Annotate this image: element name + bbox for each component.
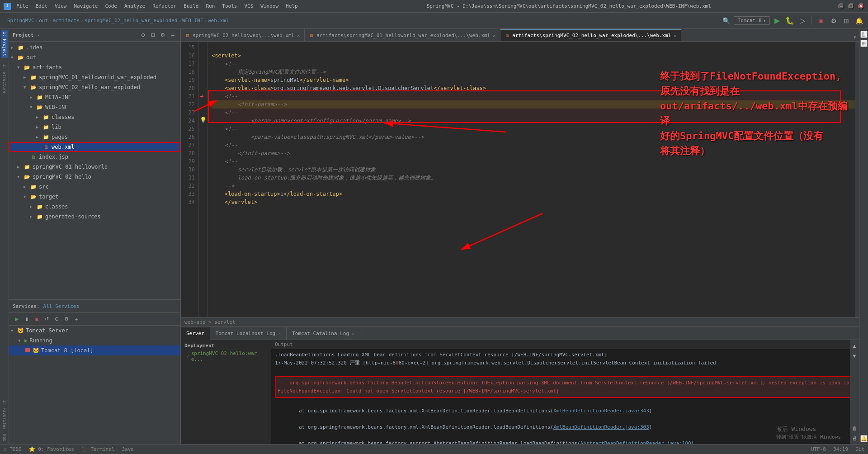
menu-view[interactable]: View: [53, 3, 69, 9]
status-java[interactable]: Java: [122, 446, 134, 452]
services-restart-button[interactable]: ↺: [42, 315, 51, 323]
project-tab[interactable]: 1: Project: [1, 30, 8, 58]
tree-item-springmvc02hello[interactable]: ▼ 📂 springMVC-02-hello: [9, 172, 180, 182]
tree-item-out[interactable]: ▼ 📂 out: [9, 52, 180, 62]
menu-edit[interactable]: Edit: [34, 3, 50, 9]
run-tab-catalina[interactable]: Tomcat Catalina Log ✕: [287, 327, 360, 340]
rsb-database-icon[interactable]: 🗄: [860, 31, 868, 38]
print-button[interactable]: 🖨: [850, 434, 859, 442]
menu-help[interactable]: Help: [284, 3, 300, 9]
menu-analyze[interactable]: Analyze: [123, 3, 147, 9]
services-add-button[interactable]: +: [72, 315, 80, 323]
output-content[interactable]: .loadBeanDefinitions Loading XML bean de…: [271, 349, 859, 444]
services-run-button[interactable]: ▶: [13, 315, 21, 323]
run-tab-server[interactable]: Server: [181, 327, 210, 340]
breadcrumb-exploded[interactable]: springMVC_02_hello_war_exploded: [85, 18, 177, 24]
menu-window[interactable]: Window: [259, 3, 280, 9]
services-pause-button[interactable]: ⏸: [23, 315, 31, 323]
tree-item-pages[interactable]: ▶ 📁 pages: [9, 132, 180, 142]
breadcrumb-out[interactable]: out: [39, 18, 48, 24]
editor-tab-2[interactable]: 🗎 artifacts\springMVC_01_helloworld_war_…: [305, 29, 500, 41]
tab-close-button[interactable]: ✕: [297, 33, 300, 38]
services-filter-button[interactable]: ⊙: [52, 315, 61, 323]
favorites-tab[interactable]: 2: Favorites: [1, 398, 8, 431]
bottom-gutter: web-app > servlet: [181, 317, 859, 326]
editor-tab-3[interactable]: 🗎 artifacts\springMVC_02_hello_war_explo…: [500, 29, 681, 41]
project-dropdown-arrow[interactable]: ▾: [37, 33, 39, 38]
close-button[interactable]: ✕: [858, 3, 864, 9]
tree-item-springmvc01[interactable]: ▶ 📁 springMVC_01_helloworld_war_exploded: [9, 72, 180, 82]
menu-navigate[interactable]: Navigate: [72, 3, 100, 9]
menu-refactor[interactable]: Refactor: [151, 3, 178, 9]
editor-tabs-menu[interactable]: ▾: [851, 33, 859, 41]
locate-file-button[interactable]: ⊙: [139, 31, 147, 39]
tomcat-server-item[interactable]: ▼ 🐱 Tomcat Server: [9, 326, 180, 336]
status-terminal[interactable]: ⬛ Terminal: [81, 446, 115, 452]
all-services-link[interactable]: All Services: [43, 303, 79, 309]
tree-item-metainf[interactable]: ▶ 📁 META-INF: [9, 92, 180, 102]
tree-item-springmvc02[interactable]: ▼ 📂 springMVC_02_hello_war_exploded: [9, 82, 180, 92]
services-settings-button[interactable]: ⚙: [62, 315, 71, 323]
run-with-coverage-button[interactable]: ▷: [797, 15, 808, 26]
tree-item-artifacts[interactable]: ▼ 📂 artifacts: [9, 62, 180, 72]
notifications-icon[interactable]: 🔔: [854, 15, 864, 26]
breadcrumb-artifacts[interactable]: artifacts: [53, 18, 80, 24]
clear-output-button[interactable]: 🗑: [850, 424, 859, 432]
maximize-button[interactable]: ❐: [848, 3, 854, 9]
services-stop-button[interactable]: ■: [33, 315, 41, 323]
layout-icon[interactable]: ⊞: [841, 15, 852, 26]
breadcrumb-webinf[interactable]: WEB-INF: [182, 18, 203, 24]
tomcat8-item[interactable]: 🐱 Tomcat 8 [local]: [9, 345, 180, 355]
menu-code[interactable]: Code: [103, 3, 119, 9]
stop-button[interactable]: ■: [816, 15, 826, 26]
tree-item-webinf[interactable]: ▼ 📂 WEB-INF: [9, 102, 180, 112]
tree-item-classes2[interactable]: ▶ 📁 classes: [9, 202, 180, 212]
editor-tab-1[interactable]: 🗎 springMVC-02-hello\web\...\web.xml ✕: [181, 29, 305, 41]
status-favorites[interactable]: ⭐ 0: Favorites: [29, 446, 74, 452]
tab-close-icon[interactable]: ✕: [352, 331, 354, 336]
running-item[interactable]: ▼ ▶ Running: [9, 336, 180, 345]
breadcrumb-springmvc[interactable]: SpringMVC: [7, 18, 34, 24]
tree-item-generated[interactable]: ▶ 📁 generated-sources: [9, 212, 180, 222]
tree-item-indexjsp[interactable]: ▶ 🗎 index.jsp: [9, 152, 180, 162]
run-configuration-dropdown[interactable]: Tomcat 8 ▾: [734, 16, 770, 25]
scroll-up-button[interactable]: ▲: [850, 342, 859, 350]
tab-close-icon[interactable]: ✕: [278, 331, 281, 336]
menu-build[interactable]: Build: [182, 3, 200, 9]
search-everywhere-icon[interactable]: 🔍: [721, 15, 732, 26]
settings-icon[interactable]: ⚙: [828, 15, 839, 26]
menu-run[interactable]: Run: [204, 3, 217, 9]
tree-item-src[interactable]: ▶ 📁 src: [9, 182, 180, 192]
settings-panel-button[interactable]: ⚙: [159, 31, 167, 39]
rsb-notifications-icon[interactable]: 🔔: [860, 435, 868, 442]
collapse-all-button[interactable]: ⊟: [149, 31, 157, 39]
title-bar: J File Edit View Navigate Code Analyze R…: [0, 0, 868, 13]
tree-item-target[interactable]: ▼ 📂 target: [9, 192, 180, 202]
tree-item-idea[interactable]: ▶ 📁 .idea: [9, 43, 180, 52]
hide-panel-button[interactable]: ─: [169, 31, 177, 39]
scroll-down-button[interactable]: ▼: [850, 352, 859, 360]
tree-item-webxml[interactable]: ▶ 🗎 web.xml: [9, 142, 180, 152]
status-encoding[interactable]: UTF-8: [811, 446, 826, 452]
tree-item-classes[interactable]: ▶ 📁 classes: [9, 112, 180, 122]
tab-close-button[interactable]: ✕: [674, 33, 676, 38]
structure-tab[interactable]: 2: Structure: [1, 62, 8, 95]
tree-item-springmvc01hello[interactable]: ▶ 📁 springMVC-01-helloworld: [9, 162, 180, 172]
menu-file[interactable]: File: [14, 3, 30, 9]
lightbulb-icon[interactable]: 💡: [200, 117, 207, 123]
minimize-button[interactable]: ─: [838, 3, 844, 9]
run-tab-localhost[interactable]: Tomcat Localhost Log ✕: [210, 327, 287, 340]
menu-tools[interactable]: Tools: [220, 3, 239, 9]
rsb-structure-icon[interactable]: ⊞: [860, 40, 868, 47]
vertical-scrollbar[interactable]: [855, 42, 859, 317]
status-todo[interactable]: ☑ TODO: [4, 446, 22, 452]
debug-button[interactable]: 🐛: [784, 15, 795, 26]
run-button[interactable]: ▶: [772, 15, 783, 26]
menu-vcs[interactable]: VCS: [242, 3, 255, 9]
tab-close-button[interactable]: ✕: [493, 33, 495, 38]
status-git[interactable]: Git: [855, 446, 864, 452]
web-tab[interactable]: Web: [1, 432, 8, 443]
breadcrumb-webxml[interactable]: web.xml: [208, 18, 229, 24]
tree-item-lib[interactable]: ▶ 📁 lib: [9, 122, 180, 132]
code-content[interactable]: <servlet> <!-- 指定SpringMVC配置文件的位置--> <se…: [208, 42, 859, 317]
